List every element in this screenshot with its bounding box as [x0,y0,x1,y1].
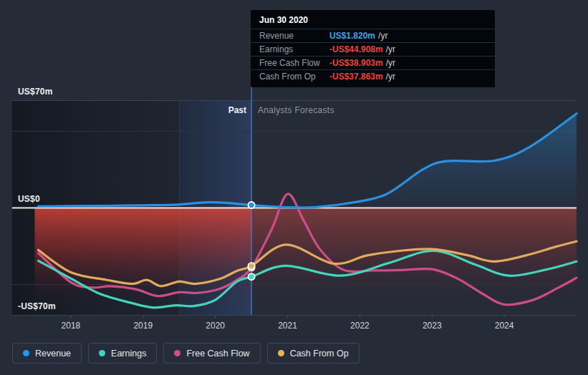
earnings-revenue-chart-panel: US$70m US$0 -US$70m Past Analysts Foreca… [0,0,588,375]
free-cash-flow-dot-icon [174,350,180,356]
x-axis-label-2024: 2024 [483,321,526,331]
legend-toggle-free-cash-flow[interactable]: Free Cash Flow [163,343,260,364]
tooltip-row-label: Cash From Op [259,72,329,82]
x-axis-label-2018: 2018 [49,321,92,331]
legend-toggle-cash-from-op[interactable]: Cash From Op [267,343,360,364]
x-axis-label-2020: 2020 [194,321,237,331]
earnings-dot-icon [99,350,105,356]
tooltip-row-value: -US$44.908m [329,44,383,54]
revenue-dot-icon [23,350,29,356]
tooltip-row-label: Earnings [259,44,329,54]
legend-label: Revenue [35,349,71,359]
tooltip-row-revenue: RevenueUS$1.820m/yr [251,29,495,42]
tooltip-row-value: -US$37.863m [329,72,383,82]
tooltip-row-suffix: /yr [386,72,395,82]
marker-cash-from-op[interactable] [249,263,255,269]
x-axis-label-2022: 2022 [338,321,381,331]
tooltip-row-value: -US$38.903m [329,58,383,68]
tooltip-row-earnings: Earnings-US$44.908m/yr [251,42,495,56]
tooltip-row-suffix: /yr [386,58,395,68]
y-axis-label-top: US$70m [18,87,53,97]
x-axis-label-2021: 2021 [266,321,309,331]
tooltip-row-free-cash-flow: Free Cash Flow-US$38.903m/yr [251,56,495,69]
revenue-area-fill [251,114,577,208]
tooltip-row-label: Free Cash Flow [259,58,329,68]
past-zone-label: Past [228,105,246,115]
y-axis-label-zero: US$0 [18,194,40,204]
legend-label: Free Cash Flow [186,349,249,359]
y-axis-label-bottom: -US$70m [18,301,56,311]
loss-area-past [35,208,252,311]
tooltip-date: Jun 30 2020 [251,10,495,29]
legend-toggle-revenue[interactable]: Revenue [12,343,82,364]
loss-area-forecast [251,208,577,311]
tooltip-row-label: Revenue [259,31,329,41]
legend: RevenueEarningsFree Cash FlowCash From O… [12,343,360,364]
tooltip-row-cash-from-op: Cash From Op-US$37.863m/yr [251,69,495,83]
tooltip-row-value: US$1.820m [329,31,375,41]
tooltip-row-suffix: /yr [378,31,387,41]
cash-from-op-dot-icon [278,350,284,356]
x-axis-label-2023: 2023 [410,321,453,331]
marker-earnings[interactable] [249,273,255,280]
forecast-zone-label: Analysts Forecasts [258,105,334,115]
tooltip-row-suffix: /yr [386,44,395,54]
legend-toggle-earnings[interactable]: Earnings [88,343,157,364]
marker-revenue[interactable] [249,202,255,208]
legend-label: Earnings [111,349,146,359]
tooltip: Jun 30 2020 RevenueUS$1.820m/yrEarnings-… [251,10,495,87]
legend-label: Cash From Op [290,349,349,359]
x-axis-label-2019: 2019 [122,321,165,331]
